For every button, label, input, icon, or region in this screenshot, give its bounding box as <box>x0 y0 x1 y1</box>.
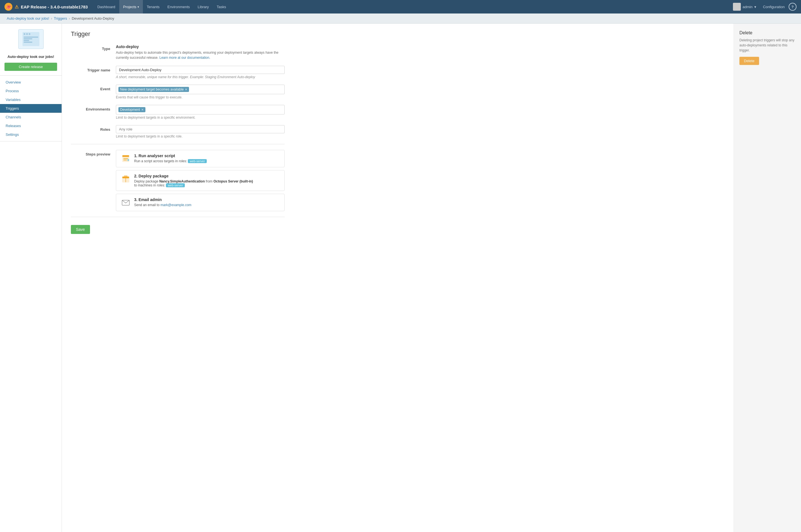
sidebar-item-channels[interactable]: Channels <box>0 113 62 121</box>
type-label: Type <box>71 44 116 51</box>
sidebar-project-name: Auto-deploy took our jobs! <box>0 55 62 63</box>
form-row-event: Event New deployment target becomes avai… <box>71 84 285 99</box>
event-tag-input[interactable]: New deployment target becomes available … <box>116 84 285 94</box>
brand: 🐙 ⚠ EAP Release - 3.4.0-unstable1783 <box>4 3 88 11</box>
steps-list: 1. Run analyser script Run a script acro… <box>116 150 285 211</box>
app-title: EAP Release - 3.4.0-unstable1783 <box>21 4 88 9</box>
roles-hint: Limit to deployment targets in a specifi… <box>116 134 285 138</box>
breadcrumb-sep2: › <box>69 16 70 20</box>
event-hint: Events that will cause this trigger to e… <box>116 95 285 99</box>
environment-tag: Development ✕ <box>118 107 146 112</box>
sidebar: Auto-deploy took our jobs! Create releas… <box>0 24 62 532</box>
form-row-roles: Roles Limit to deployment targets in a s… <box>71 125 285 138</box>
project-icon <box>18 29 43 49</box>
type-doc-link[interactable]: Learn more at our documentation. <box>159 56 210 60</box>
step-1-content: 1. Run analyser script Run a script acro… <box>134 153 207 163</box>
package-icon <box>121 174 131 184</box>
sidebar-item-process[interactable]: Process <box>0 87 62 95</box>
nav-links: Dashboard Projects ▾ Tenants Environment… <box>93 0 730 14</box>
step-1-role-tag: web-server <box>188 159 206 163</box>
trigger-name-hint: A short, memorable, unique name for this… <box>116 75 285 79</box>
admin-menu[interactable]: admin ▾ <box>730 0 759 14</box>
sidebar-item-variables[interactable]: Variables <box>0 95 62 104</box>
step-2-card: 2. Deploy package Deploy package Nancy.S… <box>116 170 285 191</box>
event-field: New deployment target becomes available … <box>116 84 285 99</box>
nav-dashboard[interactable]: Dashboard <box>93 0 119 14</box>
roles-input[interactable] <box>116 125 285 133</box>
environments-field: Development ✕ Limit to deployment target… <box>116 105 285 119</box>
step-1-desc: Run a script across targets in roles: we… <box>134 159 207 163</box>
warning-icon: ⚠ <box>15 4 19 10</box>
svg-rect-9 <box>124 175 128 177</box>
create-release-button[interactable]: Create release <box>4 63 57 71</box>
sidebar-item-settings[interactable]: Settings <box>0 130 62 139</box>
sidebar-item-releases[interactable]: Releases <box>0 121 62 130</box>
step-3-title: 3. Email admin <box>134 197 192 202</box>
form-row-type: Type Auto-deploy Auto-deploy helps to au… <box>71 44 285 60</box>
admin-avatar <box>733 3 741 11</box>
breadcrumb-sep1: › <box>51 16 52 20</box>
roles-field: Limit to deployment targets in a specifi… <box>116 125 285 138</box>
trigger-name-input[interactable] <box>116 66 285 74</box>
nav-tasks[interactable]: Tasks <box>213 0 230 14</box>
chevron-down-icon: ▾ <box>137 5 139 8</box>
nav-configuration[interactable]: Configuration <box>760 0 787 14</box>
type-field: Auto-deploy Auto-deploy helps to automat… <box>116 44 285 60</box>
steps-preview-label: Steps preview <box>71 150 116 156</box>
help-button[interactable]: ? <box>789 3 797 11</box>
sidebar-item-overview[interactable]: Overview <box>0 78 62 87</box>
octopus-logo-icon: 🐙 <box>4 3 12 11</box>
sidebar-item-triggers[interactable]: Triggers <box>0 104 62 113</box>
form-row-trigger-name: Trigger name A short, memorable, unique … <box>71 66 285 79</box>
admin-label: admin <box>743 5 752 9</box>
nav-library[interactable]: Library <box>194 0 213 14</box>
step-2-title: 2. Deploy package <box>134 174 253 178</box>
save-button[interactable]: Save <box>71 225 90 234</box>
nav-projects[interactable]: Projects ▾ <box>119 0 143 14</box>
event-label: Event <box>71 84 116 91</box>
environment-tag-remove[interactable]: ✕ <box>141 108 144 112</box>
right-panel: Delete Deleting project triggers will st… <box>733 24 801 532</box>
environments-label: Environments <box>71 105 116 111</box>
type-description: Auto-deploy helps to automate this proje… <box>116 50 285 60</box>
trigger-name-label: Trigger name <box>71 66 116 72</box>
top-navigation: 🐙 ⚠ EAP Release - 3.4.0-unstable1783 Das… <box>0 0 801 14</box>
environments-tag-input[interactable]: Development ✕ <box>116 105 285 114</box>
steps-preview-field: 1. Run analyser script Run a script acro… <box>116 150 285 211</box>
page-title: Trigger <box>71 31 725 38</box>
nav-environments[interactable]: Environments <box>164 0 193 14</box>
environments-hint: Limit to deployment targets in a specifi… <box>116 116 285 119</box>
step-3-content: 3. Email admin Send an email to mark@exa… <box>134 197 192 207</box>
step-2-content: 2. Deploy package Deploy package Nancy.S… <box>134 174 253 187</box>
step-2-source: Octopus Server (built-in) <box>213 179 253 183</box>
script-icon <box>121 153 131 164</box>
step-1-title: 1. Run analyser script <box>134 153 207 158</box>
delete-panel-title: Delete <box>739 31 795 35</box>
step-3-email-link[interactable]: mark@example.com <box>160 203 191 207</box>
breadcrumb-current: Development Auto-Deploy <box>72 16 114 20</box>
event-tag: New deployment target becomes available … <box>118 87 189 92</box>
email-icon <box>121 197 131 208</box>
step-2-package-name: Nancy.SimpleAuthentication <box>159 179 205 183</box>
delete-panel-description: Deleting project triggers will stop any … <box>739 38 795 53</box>
type-name: Auto-deploy <box>116 44 285 49</box>
breadcrumb: Auto-deploy took our jobs! › Triggers › … <box>0 14 801 24</box>
form-row-environments: Environments Development ✕ Limit to depl… <box>71 105 285 119</box>
breadcrumb-parent[interactable]: Triggers <box>54 16 67 20</box>
trigger-name-field: A short, memorable, unique name for this… <box>116 66 285 79</box>
step-2-role-tag: web-server <box>166 183 185 187</box>
nav-right: admin ▾ Configuration ? <box>730 0 797 14</box>
svg-rect-1 <box>122 155 129 157</box>
trigger-form: Type Auto-deploy Auto-deploy helps to au… <box>71 44 285 234</box>
content-area: Trigger Type Auto-deploy Auto-deploy hel… <box>62 24 733 532</box>
step-3-desc: Send an email to mark@example.com <box>134 203 192 207</box>
step-1-card: 1. Run analyser script Run a script acro… <box>116 150 285 167</box>
breadcrumb-project[interactable]: Auto-deploy took our jobs! <box>7 16 49 20</box>
admin-chevron-icon: ▾ <box>754 5 756 9</box>
delete-button[interactable]: Delete <box>739 57 759 65</box>
main-container: Auto-deploy took our jobs! Create releas… <box>0 24 801 532</box>
roles-label: Roles <box>71 125 116 132</box>
step-2-desc: Deploy package Nancy.SimpleAuthenticatio… <box>134 179 253 187</box>
nav-tenants[interactable]: Tenants <box>143 0 164 14</box>
event-tag-remove[interactable]: ✕ <box>185 88 187 91</box>
